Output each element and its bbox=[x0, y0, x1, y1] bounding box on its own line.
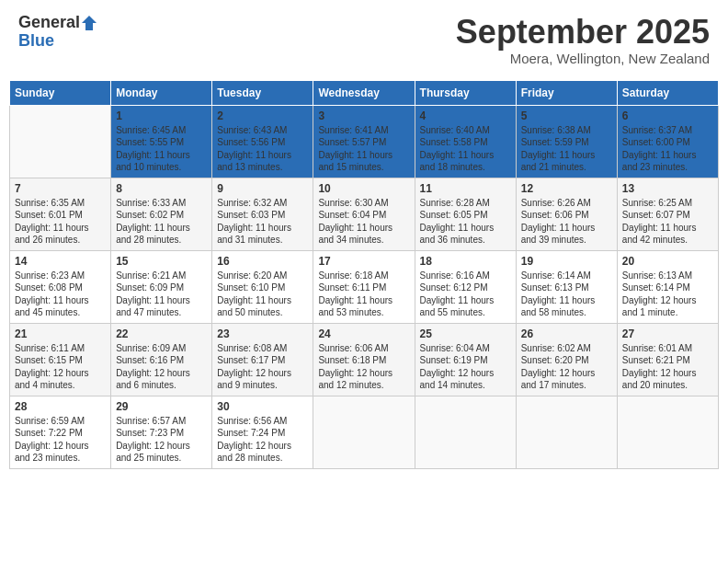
calendar-cell: 18Sunrise: 6:16 AMSunset: 6:12 PMDayligh… bbox=[415, 250, 516, 323]
calendar-cell: 20Sunrise: 6:13 AMSunset: 6:14 PMDayligh… bbox=[617, 250, 718, 323]
cell-details: Sunrise: 6:43 AMSunset: 5:56 PMDaylight:… bbox=[217, 124, 308, 174]
cell-details: Sunrise: 6:35 AMSunset: 6:01 PMDaylight:… bbox=[15, 197, 106, 247]
week-row-4: 21Sunrise: 6:11 AMSunset: 6:15 PMDayligh… bbox=[10, 323, 719, 396]
cell-details: Sunrise: 6:02 AMSunset: 6:20 PMDaylight:… bbox=[521, 342, 612, 392]
day-number: 10 bbox=[318, 182, 409, 195]
cell-details: Sunrise: 6:38 AMSunset: 5:59 PMDaylight:… bbox=[521, 124, 612, 174]
week-row-5: 28Sunrise: 6:59 AMSunset: 7:22 PMDayligh… bbox=[10, 396, 719, 468]
calendar-cell bbox=[313, 396, 415, 468]
day-number: 25 bbox=[420, 327, 511, 340]
cell-details: Sunrise: 6:57 AMSunset: 7:23 PMDaylight:… bbox=[116, 415, 207, 465]
calendar-table: SundayMondayTuesdayWednesdayThursdayFrid… bbox=[9, 80, 719, 469]
day-number: 11 bbox=[420, 182, 511, 195]
day-number: 27 bbox=[622, 327, 713, 340]
cell-details: Sunrise: 6:26 AMSunset: 6:06 PMDaylight:… bbox=[521, 197, 612, 247]
day-number: 22 bbox=[116, 327, 207, 340]
day-number: 18 bbox=[420, 255, 511, 268]
location: Moera, Wellington, New Zealand bbox=[456, 51, 710, 66]
calendar-cell: 13Sunrise: 6:25 AMSunset: 6:07 PMDayligh… bbox=[617, 178, 718, 250]
col-header-monday: Monday bbox=[111, 80, 212, 105]
calendar-cell: 21Sunrise: 6:11 AMSunset: 6:15 PMDayligh… bbox=[10, 323, 111, 396]
logo-bird-icon bbox=[81, 15, 97, 31]
svg-marker-0 bbox=[82, 16, 97, 30]
cell-details: Sunrise: 6:28 AMSunset: 6:05 PMDaylight:… bbox=[420, 197, 511, 247]
calendar-cell: 5Sunrise: 6:38 AMSunset: 5:59 PMDaylight… bbox=[516, 105, 617, 178]
day-number: 26 bbox=[521, 327, 612, 340]
calendar-cell bbox=[415, 396, 516, 468]
week-row-2: 7Sunrise: 6:35 AMSunset: 6:01 PMDaylight… bbox=[10, 178, 719, 250]
calendar-cell: 15Sunrise: 6:21 AMSunset: 6:09 PMDayligh… bbox=[111, 250, 212, 323]
cell-details: Sunrise: 6:13 AMSunset: 6:14 PMDaylight:… bbox=[622, 270, 713, 319]
cell-details: Sunrise: 6:14 AMSunset: 6:13 PMDaylight:… bbox=[521, 270, 612, 319]
calendar-cell: 19Sunrise: 6:14 AMSunset: 6:13 PMDayligh… bbox=[516, 250, 617, 323]
header-row: SundayMondayTuesdayWednesdayThursdayFrid… bbox=[10, 80, 719, 105]
calendar-cell: 24Sunrise: 6:06 AMSunset: 6:18 PMDayligh… bbox=[313, 323, 415, 396]
day-number: 3 bbox=[318, 109, 409, 122]
cell-details: Sunrise: 6:25 AMSunset: 6:07 PMDaylight:… bbox=[622, 197, 713, 247]
day-number: 15 bbox=[116, 255, 207, 268]
cell-details: Sunrise: 6:20 AMSunset: 6:10 PMDaylight:… bbox=[217, 270, 308, 319]
calendar-cell: 25Sunrise: 6:04 AMSunset: 6:19 PMDayligh… bbox=[415, 323, 516, 396]
day-number: 23 bbox=[217, 327, 308, 340]
col-header-sunday: Sunday bbox=[10, 80, 111, 105]
calendar-cell: 29Sunrise: 6:57 AMSunset: 7:23 PMDayligh… bbox=[111, 396, 212, 468]
logo-general-text: General bbox=[18, 14, 80, 32]
calendar-cell: 14Sunrise: 6:23 AMSunset: 6:08 PMDayligh… bbox=[10, 250, 111, 323]
cell-details: Sunrise: 6:21 AMSunset: 6:09 PMDaylight:… bbox=[116, 270, 207, 319]
col-header-tuesday: Tuesday bbox=[212, 80, 313, 105]
day-number: 29 bbox=[116, 400, 207, 413]
day-number: 8 bbox=[116, 182, 207, 195]
logo: General Blue bbox=[18, 14, 97, 51]
calendar-cell: 9Sunrise: 6:32 AMSunset: 6:03 PMDaylight… bbox=[212, 178, 313, 250]
calendar-cell: 23Sunrise: 6:08 AMSunset: 6:17 PMDayligh… bbox=[212, 323, 313, 396]
day-number: 14 bbox=[15, 255, 106, 268]
day-number: 9 bbox=[217, 182, 308, 195]
col-header-wednesday: Wednesday bbox=[313, 80, 415, 105]
calendar-cell: 7Sunrise: 6:35 AMSunset: 6:01 PMDaylight… bbox=[10, 178, 111, 250]
col-header-friday: Friday bbox=[516, 80, 617, 105]
day-number: 30 bbox=[217, 400, 308, 413]
day-number: 21 bbox=[15, 327, 106, 340]
calendar-cell: 16Sunrise: 6:20 AMSunset: 6:10 PMDayligh… bbox=[212, 250, 313, 323]
cell-details: Sunrise: 6:01 AMSunset: 6:21 PMDaylight:… bbox=[622, 342, 713, 392]
day-number: 28 bbox=[15, 400, 106, 413]
calendar-cell: 26Sunrise: 6:02 AMSunset: 6:20 PMDayligh… bbox=[516, 323, 617, 396]
cell-details: Sunrise: 6:45 AMSunset: 5:55 PMDaylight:… bbox=[116, 124, 207, 174]
cell-details: Sunrise: 6:08 AMSunset: 6:17 PMDaylight:… bbox=[217, 342, 308, 392]
calendar-cell: 30Sunrise: 6:56 AMSunset: 7:24 PMDayligh… bbox=[212, 396, 313, 468]
cell-details: Sunrise: 6:40 AMSunset: 5:58 PMDaylight:… bbox=[420, 124, 511, 174]
calendar-cell: 4Sunrise: 6:40 AMSunset: 5:58 PMDaylight… bbox=[415, 105, 516, 178]
cell-details: Sunrise: 6:11 AMSunset: 6:15 PMDaylight:… bbox=[15, 342, 106, 392]
logo-blue-text: Blue bbox=[18, 32, 54, 51]
cell-details: Sunrise: 6:33 AMSunset: 6:02 PMDaylight:… bbox=[116, 197, 207, 247]
cell-details: Sunrise: 6:56 AMSunset: 7:24 PMDaylight:… bbox=[217, 415, 308, 465]
day-number: 24 bbox=[318, 327, 409, 340]
day-number: 5 bbox=[521, 109, 612, 122]
day-number: 4 bbox=[420, 109, 511, 122]
calendar-cell: 8Sunrise: 6:33 AMSunset: 6:02 PMDaylight… bbox=[111, 178, 212, 250]
day-number: 7 bbox=[15, 182, 106, 195]
col-header-saturday: Saturday bbox=[617, 80, 718, 105]
day-number: 19 bbox=[521, 255, 612, 268]
week-row-1: 1Sunrise: 6:45 AMSunset: 5:55 PMDaylight… bbox=[10, 105, 719, 178]
day-number: 17 bbox=[318, 255, 409, 268]
cell-details: Sunrise: 6:04 AMSunset: 6:19 PMDaylight:… bbox=[420, 342, 511, 392]
calendar-cell bbox=[10, 105, 111, 178]
calendar-cell: 10Sunrise: 6:30 AMSunset: 6:04 PMDayligh… bbox=[313, 178, 415, 250]
day-number: 2 bbox=[217, 109, 308, 122]
calendar-cell: 17Sunrise: 6:18 AMSunset: 6:11 PMDayligh… bbox=[313, 250, 415, 323]
calendar-cell: 2Sunrise: 6:43 AMSunset: 5:56 PMDaylight… bbox=[212, 105, 313, 178]
calendar-cell: 1Sunrise: 6:45 AMSunset: 5:55 PMDaylight… bbox=[111, 105, 212, 178]
day-number: 12 bbox=[521, 182, 612, 195]
day-number: 6 bbox=[622, 109, 713, 122]
col-header-thursday: Thursday bbox=[415, 80, 516, 105]
cell-details: Sunrise: 6:41 AMSunset: 5:57 PMDaylight:… bbox=[318, 124, 409, 174]
cell-details: Sunrise: 6:59 AMSunset: 7:22 PMDaylight:… bbox=[15, 415, 106, 465]
cell-details: Sunrise: 6:32 AMSunset: 6:03 PMDaylight:… bbox=[217, 197, 308, 247]
calendar-cell: 27Sunrise: 6:01 AMSunset: 6:21 PMDayligh… bbox=[617, 323, 718, 396]
calendar-cell: 28Sunrise: 6:59 AMSunset: 7:22 PMDayligh… bbox=[10, 396, 111, 468]
day-number: 16 bbox=[217, 255, 308, 268]
week-row-3: 14Sunrise: 6:23 AMSunset: 6:08 PMDayligh… bbox=[10, 250, 719, 323]
calendar-cell: 12Sunrise: 6:26 AMSunset: 6:06 PMDayligh… bbox=[516, 178, 617, 250]
calendar-cell: 3Sunrise: 6:41 AMSunset: 5:57 PMDaylight… bbox=[313, 105, 415, 178]
